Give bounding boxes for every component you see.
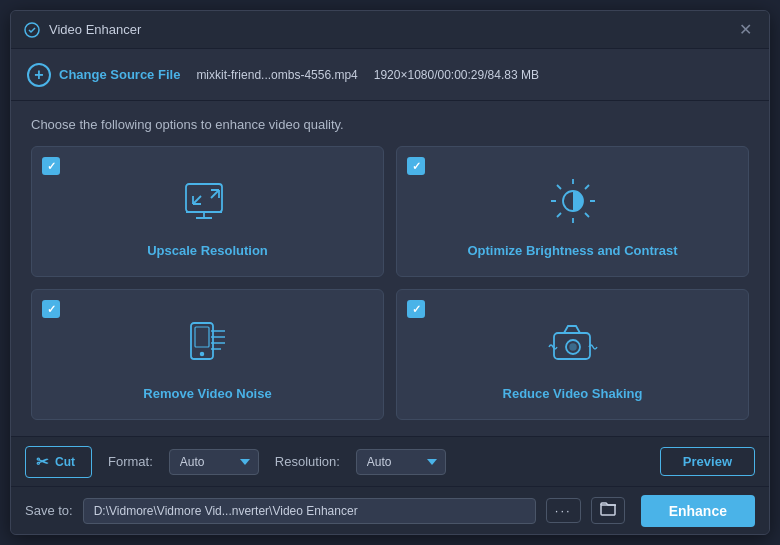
change-source-label: Change Source File — [59, 67, 180, 82]
format-select[interactable]: Auto MP4 AVI MOV MKV — [169, 449, 259, 475]
svg-rect-1 — [186, 184, 222, 212]
scissors-icon: ✂ — [36, 453, 49, 471]
option-card-shaking[interactable]: Reduce Video Shaking — [396, 289, 749, 420]
enhance-button[interactable]: Enhance — [641, 495, 755, 527]
save-to-label: Save to: — [25, 503, 73, 518]
svg-line-17 — [557, 213, 561, 217]
browse-dots-button[interactable]: ··· — [546, 498, 581, 523]
preview-button[interactable]: Preview — [660, 447, 755, 476]
open-folder-button[interactable] — [591, 497, 625, 524]
upscale-label: Upscale Resolution — [147, 243, 268, 258]
close-button[interactable]: ✕ — [733, 18, 757, 42]
brightness-icon — [541, 169, 605, 233]
shaking-label: Reduce Video Shaking — [503, 386, 643, 401]
toolbar: ✂ Cut Format: Auto MP4 AVI MOV MKV Resol… — [11, 436, 769, 486]
window-title: Video Enhancer — [49, 22, 733, 37]
app-icon — [23, 21, 41, 39]
format-label: Format: — [108, 454, 153, 469]
brightness-checkbox[interactable] — [407, 157, 425, 175]
upscale-checkbox[interactable] — [42, 157, 60, 175]
noise-icon — [176, 312, 240, 376]
titlebar: Video Enhancer ✕ — [11, 11, 769, 49]
option-card-brightness[interactable]: Optimize Brightness and Contrast — [396, 146, 749, 277]
video-enhancer-window: Video Enhancer ✕ + Change Source File mi… — [10, 10, 770, 535]
change-source-button[interactable]: + Change Source File — [27, 63, 180, 87]
svg-line-16 — [585, 185, 589, 189]
folder-icon — [600, 502, 616, 516]
noise-label: Remove Video Noise — [143, 386, 271, 401]
content-area: Choose the following options to enhance … — [11, 101, 769, 436]
shaking-checkbox[interactable] — [407, 300, 425, 318]
content-description: Choose the following options to enhance … — [31, 117, 749, 132]
resolution-select[interactable]: Auto 1080p 720p 480p — [356, 449, 446, 475]
resolution-label: Resolution: — [275, 454, 340, 469]
svg-point-20 — [200, 353, 203, 356]
brightness-label: Optimize Brightness and Contrast — [467, 243, 677, 258]
source-file-name: mixkit-friend...ombs-4556.mp4 — [196, 68, 357, 82]
option-card-upscale[interactable]: Upscale Resolution — [31, 146, 384, 277]
source-file-info: 1920×1080/00:00:29/84.83 MB — [374, 68, 539, 82]
plus-circle-icon: + — [27, 63, 51, 87]
svg-line-14 — [557, 185, 561, 189]
bottom-bar: Save to: D:\Vidmore\Vidmore Vid...nverte… — [11, 486, 769, 534]
option-card-noise[interactable]: Remove Video Noise — [31, 289, 384, 420]
save-path-display: D:\Vidmore\Vidmore Vid...nverter\Video E… — [83, 498, 536, 524]
svg-line-15 — [585, 213, 589, 217]
shaking-icon — [541, 312, 605, 376]
noise-checkbox[interactable] — [42, 300, 60, 318]
upscale-icon — [176, 169, 240, 233]
options-grid: Upscale Resolution — [31, 146, 749, 420]
svg-point-27 — [570, 344, 576, 350]
source-bar: + Change Source File mixkit-friend...omb… — [11, 49, 769, 101]
cut-label: Cut — [55, 455, 75, 469]
svg-rect-19 — [195, 327, 209, 347]
cut-button[interactable]: ✂ Cut — [25, 446, 92, 478]
